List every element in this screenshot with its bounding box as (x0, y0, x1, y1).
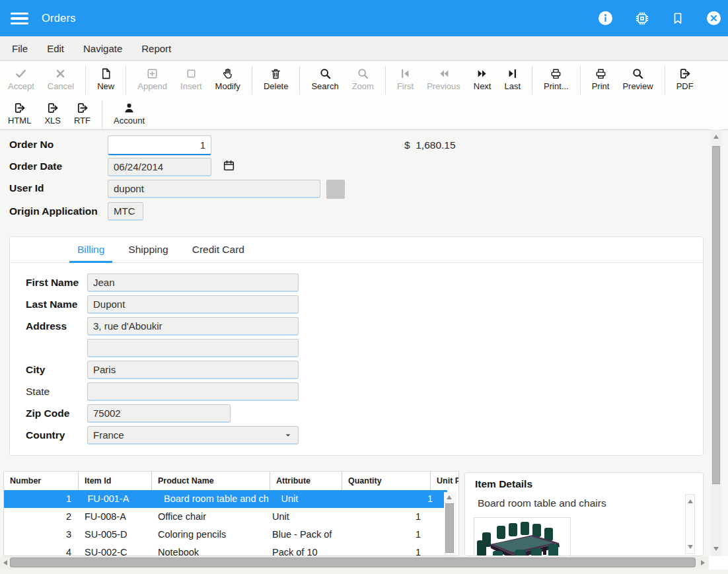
page-vertical-scrollbar[interactable] (711, 129, 721, 556)
nav-next-icon (476, 67, 489, 80)
scrollbar-corner (709, 556, 728, 569)
billing-zip-code-label: Zip Code (26, 408, 69, 419)
menu-navigate[interactable]: Navigate (83, 43, 122, 54)
menu-report[interactable]: Report (141, 43, 171, 54)
bottom-strip (0, 569, 728, 574)
column-header-unit-price[interactable]: Unit Pr (430, 472, 459, 490)
item-details-panel: Item Details Board room table and chairs (464, 472, 704, 556)
scrollbar-thumb[interactable] (445, 503, 454, 553)
cell-attribute: Blue - Pack of (270, 526, 342, 544)
origin-application-input[interactable] (108, 202, 143, 221)
column-header-number[interactable]: Number (4, 472, 78, 490)
cell-number: 3 (4, 526, 78, 544)
billing-first-name-input[interactable] (87, 273, 299, 292)
scroll-up-arrow[interactable] (713, 135, 719, 139)
order-date-input[interactable] (108, 158, 211, 176)
billing-city-input[interactable] (87, 361, 299, 379)
toolbar-html-button[interactable]: HTML (1, 100, 38, 126)
billing-address-2-input[interactable] (87, 339, 299, 357)
toolbar-modify-button[interactable]: Modify (209, 66, 247, 92)
menu-edit[interactable]: Edit (47, 43, 64, 54)
table-row[interactable]: 4SU-002-CNotebookPack of 101 (4, 544, 442, 556)
tab-credit-card[interactable]: Credit Card (184, 237, 252, 263)
order-no-input[interactable] (108, 135, 211, 155)
scroll-down-arrow[interactable] (713, 547, 719, 551)
user-lookup-button[interactable] (326, 180, 345, 199)
toolbar-button-label: Delete (264, 82, 289, 91)
toolbar-zoom-button: Zoom (346, 66, 381, 92)
tab-shipping[interactable]: Shipping (120, 237, 176, 263)
toolbar-search-button[interactable]: Search (305, 66, 345, 92)
scroll-up-arrow[interactable] (447, 495, 452, 499)
hand-icon (221, 67, 234, 80)
app-bar-actions (598, 0, 721, 36)
billing-country-select[interactable]: France (87, 426, 299, 445)
cell-attribute: Unit (270, 508, 342, 526)
toolbar-button-label: New (97, 82, 114, 91)
cell-product: Board room table and ch (157, 490, 275, 508)
cell-number: 4 (4, 544, 78, 556)
toolbar-button-label: Insert (180, 82, 202, 91)
toolbar-button-label: Zoom (352, 82, 374, 91)
toolbar-pdf-button[interactable]: PDF (670, 66, 700, 92)
cell-number: 1 (4, 490, 78, 508)
cell-attribute: Pack of 10 (270, 544, 342, 556)
column-header-attribute[interactable]: Attribute (270, 472, 342, 490)
settings-chip-icon[interactable] (635, 11, 649, 26)
toolbar-insert-button: Insert (174, 66, 209, 92)
tab-billing[interactable]: Billing (69, 237, 112, 263)
billing-zip-code-input[interactable] (87, 404, 231, 423)
toolbar-xls-button[interactable]: XLS (38, 100, 67, 126)
chevron-down-icon (283, 431, 293, 440)
toolbar-button-label: HTML (8, 116, 31, 126)
toolbar-separator (385, 66, 386, 94)
toolbar-delete-button[interactable]: Delete (257, 66, 295, 92)
scroll-down-arrow[interactable] (688, 545, 693, 549)
toolbar-button-label: Append (137, 82, 167, 91)
user-id-label: User Id (9, 182, 44, 194)
scrollbar-thumb[interactable] (10, 557, 696, 567)
page-horizontal-scrollbar[interactable] (0, 556, 709, 569)
item-details-title: Item Details (475, 478, 532, 490)
column-header-product[interactable]: Product Name (151, 472, 270, 490)
export-icon (13, 101, 26, 114)
billing-state-input[interactable] (87, 382, 299, 401)
billing-last-name-input[interactable] (87, 295, 299, 314)
menu-file[interactable]: File (12, 43, 28, 54)
orders-window: Orders FileEditNavigateReport AcceptCanc… (0, 0, 728, 574)
page-icon (100, 67, 112, 80)
bookmark-icon[interactable] (671, 12, 684, 25)
toolbar-print-button[interactable]: Print... (537, 66, 575, 92)
toolbar-append-button: Append (131, 66, 174, 92)
table-row[interactable]: 2FU-008-AOffice chairUnit1 (4, 508, 442, 526)
toolbar-print-button[interactable]: Print (585, 66, 616, 92)
details-vertical-scrollbar[interactable] (685, 494, 695, 554)
toolbar-preview-button[interactable]: Preview (616, 66, 659, 92)
xmark-icon (54, 67, 67, 80)
hamburger-menu-icon[interactable] (11, 13, 28, 24)
user-id-input[interactable] (108, 180, 320, 198)
scrollbar-thumb[interactable] (712, 146, 720, 484)
toolbar-rtf-button[interactable]: RTF (67, 100, 97, 126)
info-icon[interactable] (598, 11, 613, 26)
scroll-left-arrow[interactable] (3, 560, 7, 565)
toolbar-account-button[interactable]: Account (107, 100, 151, 126)
table-vertical-scrollbar[interactable] (444, 492, 456, 556)
square-icon (185, 67, 198, 80)
toolbar-new-button[interactable]: New (91, 66, 121, 92)
close-icon[interactable] (706, 11, 721, 26)
cell-attribute: Unit (279, 490, 351, 508)
column-header-item-id[interactable]: Item Id (78, 472, 151, 490)
toolbar-next-button[interactable]: Next (467, 66, 498, 92)
table-row[interactable]: 3SU-005-DColoring pencilsBlue - Pack of1 (4, 526, 442, 544)
trash-icon (270, 67, 282, 80)
scroll-right-arrow[interactable] (701, 560, 705, 565)
calendar-icon[interactable] (223, 159, 235, 172)
table-row[interactable]: 1FU-001-ABoard room table and chUnit1 (4, 490, 447, 508)
toolbar-last-button[interactable]: Last (497, 66, 527, 92)
app-bar: Orders (0, 0, 728, 36)
scroll-up-arrow[interactable] (688, 499, 693, 503)
column-header-quantity[interactable]: Quantity (342, 472, 430, 490)
cell-item-id: FU-001-A (81, 490, 155, 508)
billing-address-input[interactable] (87, 317, 299, 336)
